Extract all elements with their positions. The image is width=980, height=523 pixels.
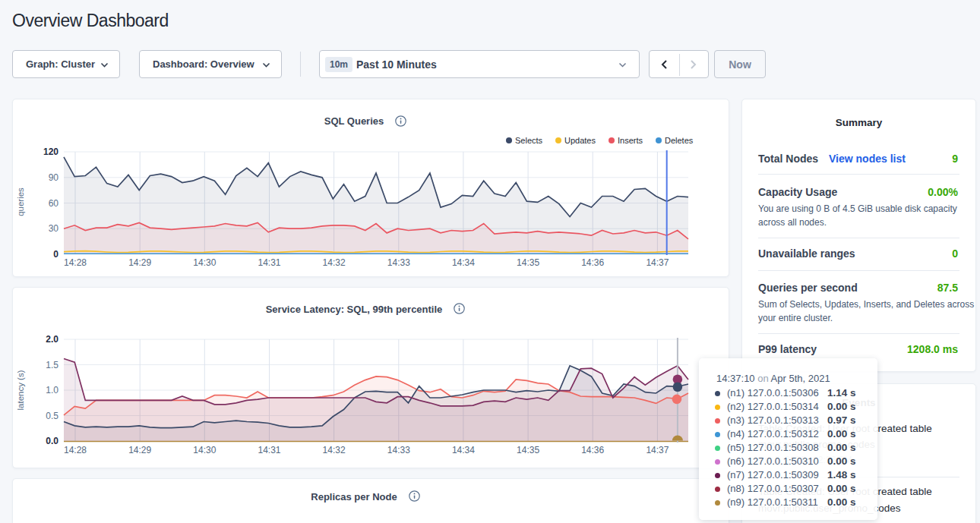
svg-text:14:35: 14:35	[517, 257, 539, 268]
svg-text:0.5: 0.5	[46, 411, 58, 421]
svg-text:60: 60	[49, 198, 59, 209]
svg-text:2.0: 2.0	[46, 334, 58, 345]
svg-text:14:32: 14:32	[323, 257, 346, 268]
svg-text:90: 90	[49, 172, 59, 183]
svg-text:14:36: 14:36	[581, 257, 604, 268]
svg-text:14:30: 14:30	[193, 445, 216, 455]
svg-text:1.5: 1.5	[46, 360, 58, 370]
svg-text:14:32: 14:32	[323, 445, 346, 455]
svg-text:14:33: 14:33	[387, 445, 410, 455]
svg-text:14:37: 14:37	[646, 257, 669, 268]
svg-text:14:33: 14:33	[387, 257, 410, 268]
svg-text:120: 120	[43, 147, 58, 157]
svg-text:14:28: 14:28	[64, 445, 87, 455]
svg-text:queries: queries	[16, 187, 25, 216]
svg-text:0.0: 0.0	[46, 436, 58, 446]
svg-text:14:30: 14:30	[193, 257, 216, 268]
svg-text:14:28: 14:28	[64, 257, 87, 268]
svg-text:0: 0	[53, 249, 58, 260]
svg-text:14:34: 14:34	[452, 445, 475, 455]
svg-text:1.0: 1.0	[46, 385, 58, 395]
svg-text:14:29: 14:29	[128, 257, 151, 268]
svg-text:latency (s): latency (s)	[16, 370, 25, 410]
svg-text:14:35: 14:35	[517, 445, 539, 455]
svg-text:14:37: 14:37	[646, 445, 669, 455]
svg-text:14:36: 14:36	[581, 445, 604, 455]
svg-text:14:31: 14:31	[258, 445, 280, 455]
svg-text:14:34: 14:34	[452, 257, 475, 268]
svg-text:14:31: 14:31	[258, 257, 280, 268]
svg-text:30: 30	[49, 223, 59, 234]
svg-text:14:29: 14:29	[128, 445, 151, 455]
